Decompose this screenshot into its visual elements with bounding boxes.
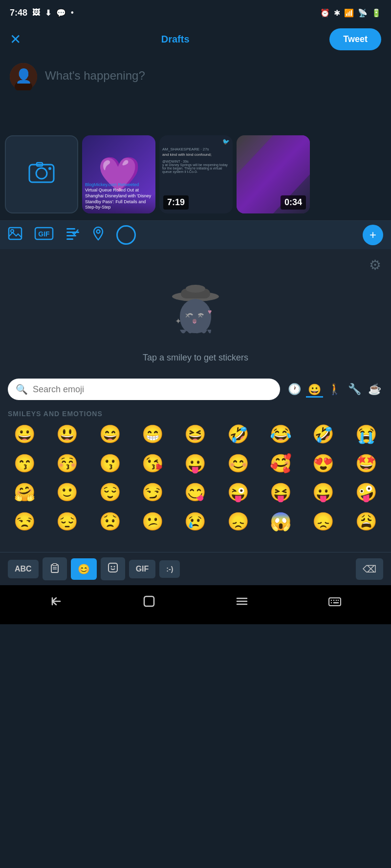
emoji-disappointed[interactable]: 😞: [303, 509, 344, 534]
emoji-keyboard-button[interactable]: 😊: [71, 558, 97, 580]
search-icon: 🔍: [16, 383, 28, 395]
emoji-tongue2[interactable]: 😛: [303, 480, 344, 505]
emoji-kissing3[interactable]: 😗: [89, 451, 131, 476]
clipboard-button[interactable]: [43, 557, 67, 580]
thumb2-subtext: @WDWINT · 39s y at Disney Springs will b…: [162, 160, 230, 173]
emoji-grid-row2: 😙 😚 😗 😘 😛 😊 🥰 😍 🤩: [0, 449, 391, 478]
emoji-panel: ⚙ ✦ ✕: [0, 249, 391, 552]
emoji-pensive[interactable]: 😔: [46, 509, 88, 534]
sticker-ghost-emoji: ✦ ✕ ✕ ♥: [166, 281, 225, 350]
emoji-scream[interactable]: 😱: [260, 509, 302, 534]
close-button[interactable]: ✕: [10, 31, 21, 47]
emoji-blush[interactable]: 😊: [217, 451, 259, 476]
svg-rect-18: [66, 235, 76, 236]
svg-text:♥: ♥: [208, 308, 212, 316]
nav-back-icon[interactable]: [49, 594, 63, 612]
emoji-smirking[interactable]: 😏: [132, 480, 174, 505]
emoji-weary[interactable]: 😩: [346, 509, 387, 534]
image-icon[interactable]: [8, 227, 22, 244]
svg-point-13: [11, 230, 14, 233]
emoji-sob[interactable]: 😭: [346, 422, 387, 447]
emoji-zany[interactable]: 🤪: [346, 480, 387, 505]
emoji-rofl2[interactable]: 🤣: [303, 422, 344, 447]
emoticon-button[interactable]: :-): [159, 560, 180, 578]
emoji-rofl[interactable]: 😂: [260, 422, 302, 447]
abc-button[interactable]: ABC: [8, 560, 39, 578]
emoji-beaming[interactable]: 😁: [132, 422, 174, 447]
plus-button[interactable]: +: [363, 225, 383, 245]
emoji-sweat-smile[interactable]: 🤣: [217, 422, 259, 447]
emoji-cry[interactable]: 😢: [174, 509, 216, 534]
emoji-smiling-hearts[interactable]: 🥰: [260, 451, 302, 476]
sticker-prompt-text: Tap a smiley to get stickers: [143, 353, 248, 363]
category-food[interactable]: ☕: [366, 381, 383, 398]
svg-rect-31: [53, 564, 57, 566]
emoji-squinting-tongue[interactable]: 😝: [260, 480, 302, 505]
emoji-relieved[interactable]: 😌: [89, 480, 131, 505]
sticker-button[interactable]: [101, 557, 125, 580]
svg-rect-12: [9, 228, 22, 239]
emoji-grid-row4: 😒 😔 😟 😕 😢 😞 😱 😞 😩: [0, 507, 391, 536]
gif-icon[interactable]: GIF: [34, 227, 54, 244]
location-icon[interactable]: [92, 226, 105, 244]
emoji-grinning[interactable]: 😀: [4, 422, 45, 447]
emoji-smile[interactable]: 😄: [89, 422, 131, 447]
category-people[interactable]: 🚶: [326, 381, 343, 398]
svg-point-23: [186, 285, 205, 293]
tweet-button[interactable]: Tweet: [329, 28, 381, 50]
drafts-button[interactable]: Drafts: [161, 34, 190, 45]
emoji-winking-tongue[interactable]: 😜: [217, 480, 259, 505]
emoji-search-area: 🔍 🕐 😀 🚶 🔧 ☕: [0, 373, 391, 406]
emoji-tongue[interactable]: 😛: [174, 451, 216, 476]
nav-recents-icon[interactable]: [235, 594, 249, 612]
emoji-worried[interactable]: 😟: [89, 509, 131, 534]
category-label: SMILEYS AND EMOTIONS: [0, 406, 391, 420]
emoji-yum[interactable]: 😋: [174, 480, 216, 505]
emoji-squinting[interactable]: 😆: [174, 422, 216, 447]
emoji-kissing-heart[interactable]: 😘: [132, 451, 174, 476]
wifi-icon: 📶: [344, 8, 354, 18]
video-timer: 0:34: [281, 195, 306, 210]
emoji-confused[interactable]: 😕: [132, 509, 174, 534]
emoji-heart-eyes[interactable]: 😍: [303, 451, 344, 476]
emoji-slightly-smiling[interactable]: 🙂: [46, 480, 88, 505]
camera-thumbnail[interactable]: [5, 135, 78, 213]
tweet-time: 7:19: [163, 195, 189, 210]
circle-button[interactable]: [116, 225, 136, 245]
heart-thumbnail[interactable]: 💜 BlogMickey.com Retweeted Virtual Queue…: [82, 135, 155, 213]
svg-point-20: [97, 230, 100, 233]
emoji-hugging[interactable]: 🤗: [4, 480, 45, 505]
plus-icon: +: [369, 228, 376, 242]
gif-keyboard-button[interactable]: GIF: [129, 560, 156, 578]
status-time-area: 7:48 🖼 ⬇ 💬 •: [10, 8, 74, 18]
category-smileys[interactable]: 😀: [306, 381, 323, 398]
svg-rect-19: [66, 238, 73, 240]
category-recent[interactable]: 🕐: [286, 381, 303, 398]
emoji-search-wrapper[interactable]: 🔍: [8, 379, 280, 400]
emoji-grid-row1: 😀 😃 😄 😁 😆 🤣 😂 🤣 😭: [0, 420, 391, 449]
emoji-search-input[interactable]: [33, 384, 272, 395]
tweet-thumbnail[interactable]: 🐦 AM_SHAKESPEARE · 27s and kind with kin…: [159, 135, 233, 213]
svg-text:GIF: GIF: [38, 230, 50, 238]
backspace-button[interactable]: ⌫: [356, 558, 383, 580]
sticker-promo: ✦ ✕ ✕ ♥ Tap a smiley to get stickers: [0, 277, 391, 373]
svg-point-36: [113, 566, 115, 568]
category-accessories[interactable]: 🔧: [346, 381, 363, 398]
emoji-kissing[interactable]: 😙: [4, 451, 45, 476]
video-thumbnail[interactable]: 0:34: [237, 135, 310, 213]
emoji-unamused[interactable]: 😒: [4, 509, 45, 534]
svg-point-5: [36, 168, 47, 179]
nav-bar: [0, 585, 391, 624]
emoji-sad[interactable]: 😞: [217, 509, 259, 534]
list-icon[interactable]: [65, 227, 80, 244]
settings-icon[interactable]: ⚙: [369, 257, 381, 273]
emoji-star-struck[interactable]: 🤩: [346, 451, 387, 476]
keyboard-bar: ABC 😊 GIF :-) ⌫: [0, 552, 391, 585]
nav-home-icon[interactable]: [142, 594, 156, 612]
emoji-grin[interactable]: 😃: [46, 422, 88, 447]
emoji-kissing2[interactable]: 😚: [46, 451, 88, 476]
nav-keyboard-icon[interactable]: [328, 594, 342, 612]
compose-placeholder[interactable]: What's happening?: [37, 63, 381, 88]
thumb2-text: AM_SHAKESPEARE · 27s and kind with kind …: [162, 147, 230, 157]
emoji-grid-row3: 🤗 🙂 😌 😏 😋 😜 😝 😛 🤪: [0, 478, 391, 507]
